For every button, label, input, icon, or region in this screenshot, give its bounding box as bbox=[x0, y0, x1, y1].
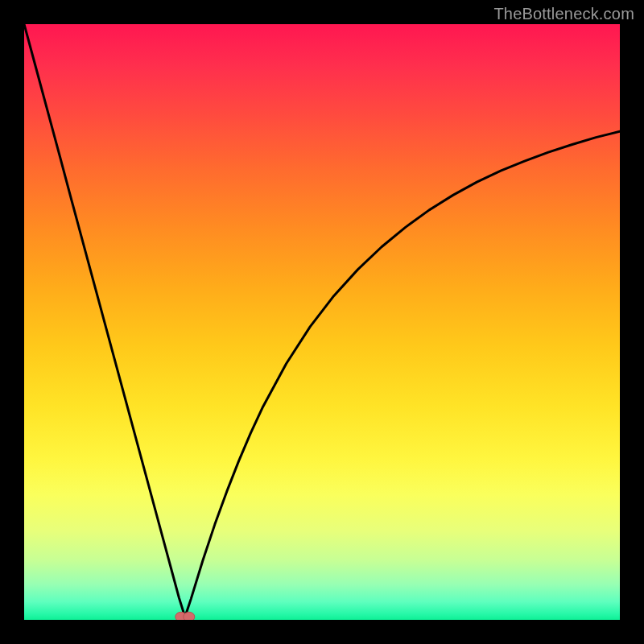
chart-frame: TheBottleneck.com bbox=[0, 0, 644, 644]
plot-area bbox=[24, 24, 620, 620]
minimum-marker bbox=[175, 612, 195, 620]
watermark-text: TheBottleneck.com bbox=[493, 5, 634, 23]
svg-point-1 bbox=[184, 612, 195, 620]
curve-svg bbox=[24, 24, 620, 620]
bottleneck-curve bbox=[24, 24, 620, 617]
